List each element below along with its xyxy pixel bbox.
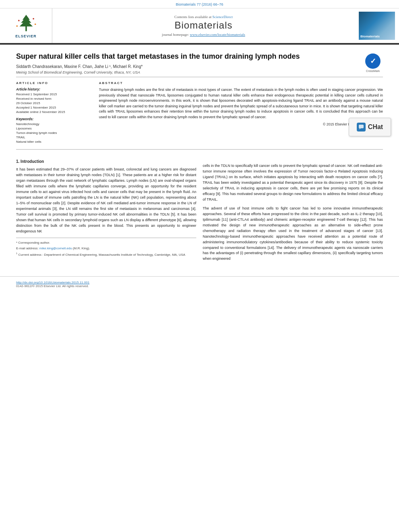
cover-journal-name: Biomaterials (360, 35, 380, 38)
keyword-liposomes: Liposomes (16, 127, 93, 130)
journal-cover-image: Biomaterials (355, 8, 399, 43)
current-address-footnote: 1 Current address : Department of Chemic… (16, 252, 196, 257)
journal-center-area: Contents lists available at ScienceDirec… (52, 8, 355, 43)
revised-date: 29 October 2015 (16, 101, 93, 105)
body-right-column: cells in the TDLN to specifically kill c… (203, 156, 383, 265)
article-meta-section: ARTICLE INFO Article history: Received 1… (16, 81, 383, 150)
journal-header: ELSEVIER Contents lists available at Sci… (0, 8, 399, 44)
journal-title-main: Biomaterials (175, 20, 232, 31)
biomaterials-cover-graphic: Biomaterials (359, 12, 395, 40)
sciencedirect-link[interactable]: ScienceDirect (212, 15, 232, 19)
chat-icon-svg (358, 124, 364, 130)
corresponding-author-note: * Corresponding author. (16, 240, 196, 245)
contents-available-line: Contents lists available at ScienceDirec… (175, 15, 233, 19)
article-authors: Siddarth Chandrasekaran, Maxine F. Chan,… (16, 64, 359, 69)
article-affiliation: Meinig School of Biomedical Engineering,… (16, 70, 359, 74)
svg-point-4 (18, 20, 20, 21)
chat-icon (357, 123, 366, 131)
received-date: Received 1 September 2015 (16, 92, 93, 96)
received-revised-label: Received in revised form (16, 97, 93, 101)
crossmark-icon: ✓ (365, 53, 380, 69)
keyword-nk-cells: Natural killer cells (16, 140, 93, 144)
article-content: Super natural killer cells that target m… (0, 45, 399, 273)
abstract-header: ABSTRACT (99, 81, 383, 85)
article-history-label: Article history: (16, 87, 93, 91)
article-footer: http://dx.doi.org/10.1016/j.biomaterials… (0, 276, 399, 290)
email-label: E-mail address: (16, 246, 39, 250)
doi-link[interactable]: http://dx.doi.org/10.1016/j.biomaterials… (16, 281, 89, 284)
footnote-separator: * Corresponding author. E-mail address: … (16, 238, 196, 257)
journal-homepage-line: journal homepage: www.elsevier.com/locat… (162, 33, 245, 37)
accepted-date: Accepted 1 November 2015 (16, 106, 93, 109)
article-title: Super natural killer cells that target m… (16, 52, 359, 61)
keyword-trail: TRAIL (16, 136, 93, 139)
svg-point-5 (33, 18, 34, 20)
article-info-header: ARTICLE INFO (16, 81, 93, 85)
keyword-nanotechnology: Nanotechnology (16, 122, 93, 126)
crossmark-label: CrossMark (366, 70, 380, 72)
elsevier-wordmark: ELSEVIER (15, 34, 37, 38)
email-footnote: E-mail address: mike.king@cornell.edu (M… (16, 246, 196, 251)
article-title-text-area: Super natural killer cells that target m… (16, 52, 359, 74)
crossmark-badge: ✓ CrossMark (363, 52, 383, 72)
elsevier-branding: ELSEVIER (10, 13, 42, 38)
available-date: Available online 2 November 2015 (16, 110, 93, 114)
body-paragraph-right-1: cells in the TDLN to specifically kill c… (203, 163, 383, 203)
svg-point-6 (16, 25, 18, 27)
chat-label: CHat (368, 123, 383, 131)
journal-ref-bar: Biomaterials 77 (2016) 66–76 (0, 0, 399, 8)
issn-line: 0142-9612/© 2015 Elsevier Ltd. All right… (16, 284, 383, 288)
svg-marker-3 (19, 20, 33, 26)
journal-homepage-link[interactable]: www.elsevier.com/locate/biomaterials (190, 33, 245, 37)
body-paragraph-1: It has been estimated that 29–37% of can… (16, 167, 196, 234)
chat-button[interactable]: CHat (349, 118, 391, 136)
body-left-column: 1. Introduction It has been estimated th… (16, 156, 196, 265)
body-paragraph-right-2: The advent of use of host immune cells t… (203, 206, 383, 262)
author-email-link[interactable]: mike.king@cornell.edu (39, 246, 72, 250)
keyword-tdln: Tumor-draining lymph nodes (16, 131, 93, 135)
svg-point-7 (34, 23, 36, 25)
abstract-text: Tumor draining lymph nodes are the first… (99, 87, 383, 120)
abstract-column: ABSTRACT Tumor draining lymph nodes are … (99, 81, 383, 144)
keywords-label: Keywords: (16, 117, 93, 121)
svg-rect-0 (25, 26, 27, 31)
elsevier-tree-icon (10, 13, 42, 33)
journal-ref-text: Biomaterials 77 (2016) 66–76 (176, 2, 223, 6)
article-info-column: ARTICLE INFO Article history: Received 1… (16, 81, 93, 144)
author-name-note: (M.R. King). (73, 246, 90, 250)
article-title-section: Super natural killer cells that target m… (16, 52, 383, 77)
svg-rect-8 (359, 125, 364, 128)
abstract-copyright: © 2015 Elsevier Ltd. All rights reserved… (99, 122, 383, 126)
article-body: 1. Introduction It has been estimated th… (16, 156, 383, 265)
elsevier-logo-area: ELSEVIER (0, 8, 52, 43)
svg-marker-9 (359, 128, 361, 129)
section1-title: 1. Introduction (16, 158, 196, 164)
